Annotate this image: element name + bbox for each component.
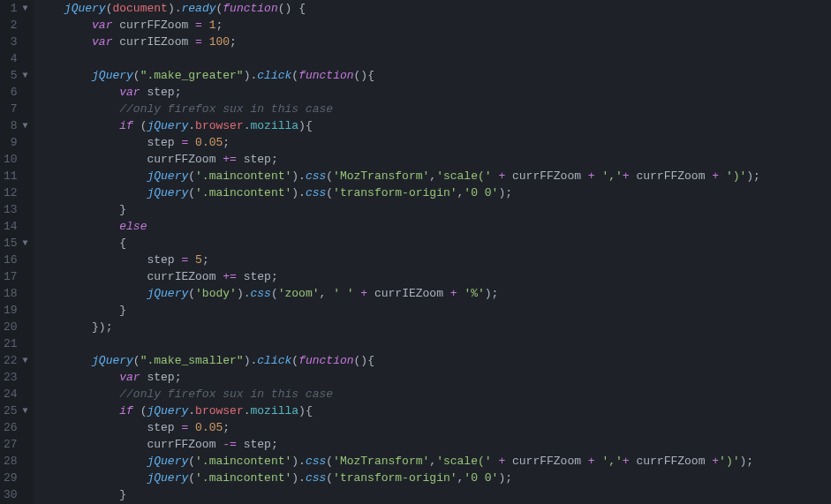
code-line[interactable]: step = 0.05; — [37, 419, 831, 436]
token-id: step — [140, 86, 175, 99]
fold-icon[interactable]: ▼ — [19, 67, 28, 84]
code-line[interactable]: jQuery(".make_smaller").click(function()… — [37, 352, 831, 369]
code-line[interactable]: if (jQuery.browser.mozilla){ — [37, 402, 831, 419]
token-fn: css — [306, 169, 326, 183]
fold-icon[interactable]: ▼ — [19, 117, 28, 134]
token-id — [202, 35, 209, 49]
token-pn: () { — [278, 2, 306, 15]
fold-icon[interactable]: ▼ — [19, 352, 28, 369]
token-id: step — [237, 270, 271, 283]
token-str: ".make_greater" — [140, 69, 244, 82]
code-line[interactable]: currIEZoom += step; — [37, 268, 831, 285]
line-number: 24 — [4, 386, 28, 402]
token-kw: if — [119, 404, 133, 417]
line-number: 23 — [4, 369, 28, 386]
token-num: 1 — [209, 19, 216, 32]
line-number: 13 — [4, 201, 28, 218]
token-pn: ( — [133, 354, 140, 367]
token-str: ',' — [601, 169, 622, 183]
token-id: currFFZoom — [147, 153, 223, 166]
token-id: step — [237, 153, 271, 166]
line-number: 10 — [4, 151, 28, 168]
token-str: 'zoom' — [278, 287, 320, 300]
token-pn: ; — [223, 421, 230, 434]
token-op: + — [712, 455, 719, 468]
token-id: currIEZoom — [112, 35, 195, 49]
code-line[interactable] — [37, 50, 831, 67]
code-line[interactable]: step = 5; — [37, 252, 831, 268]
token-pn: } — [119, 203, 126, 216]
code-line[interactable]: else — [37, 218, 831, 235]
code-line[interactable]: jQuery('body').css('zoom', ' ' + currIEZ… — [37, 285, 831, 302]
code-area[interactable]: jQuery(document).ready(function() { var … — [34, 0, 831, 504]
token-num: 0.05 — [195, 421, 223, 434]
token-pn: ; — [202, 253, 209, 267]
code-line[interactable]: jQuery('.maincontent').css('MozTransform… — [37, 168, 831, 184]
code-line[interactable]: var currIEZoom = 100; — [37, 34, 831, 50]
fold-icon[interactable]: ▼ — [19, 0, 28, 17]
token-str: 'transform-origin' — [333, 186, 457, 199]
token-pn: ( — [326, 186, 333, 199]
token-id — [188, 136, 195, 149]
code-line[interactable]: jQuery(".make_greater").click(function()… — [37, 67, 831, 84]
code-line[interactable]: var step; — [37, 84, 831, 101]
fold-icon[interactable]: ▼ — [19, 235, 28, 252]
token-num: 0.05 — [195, 136, 223, 149]
token-fn: jQuery — [147, 186, 188, 199]
token-op: + — [588, 455, 595, 468]
token-pn: , — [429, 169, 436, 183]
token-pn: ( — [188, 287, 195, 300]
token-pn: ; — [175, 371, 182, 384]
token-kw: var — [92, 35, 112, 49]
token-pn: , — [320, 287, 334, 300]
token-pn: ). — [237, 287, 251, 300]
token-pn: (){ — [354, 69, 374, 82]
token-fn: jQuery — [92, 354, 133, 367]
token-pn: ). — [244, 354, 258, 367]
token-str: '0 0' — [464, 471, 498, 485]
code-line[interactable]: if (jQuery.browser.mozilla){ — [37, 117, 831, 134]
token-str: ')' — [719, 455, 739, 468]
token-op: + — [450, 287, 457, 300]
token-fn: css — [306, 186, 326, 199]
code-line[interactable]: var currFFZoom = 1; — [37, 17, 831, 34]
code-line[interactable]: //only firefox sux in this case — [37, 101, 831, 117]
token-id: step — [147, 253, 181, 267]
code-line[interactable] — [37, 335, 831, 352]
token-kw: function — [223, 2, 277, 15]
fold-icon[interactable]: ▼ — [19, 402, 28, 419]
code-line[interactable]: currFFZoom -= step; — [37, 436, 831, 453]
token-id — [188, 253, 195, 267]
line-number: 1▼ — [4, 0, 28, 17]
token-pn: , — [429, 455, 436, 468]
token-op: += — [223, 153, 237, 166]
token-pn: ( — [188, 455, 195, 468]
code-line[interactable]: }); — [37, 319, 831, 335]
line-number: 12 — [4, 184, 28, 201]
code-line[interactable]: jQuery(document).ready(function() { — [37, 0, 831, 17]
code-line[interactable]: step = 0.05; — [37, 134, 831, 151]
token-str: 'MozTransform' — [333, 169, 429, 183]
token-op: + — [360, 287, 367, 300]
code-line[interactable]: jQuery('.maincontent').css('transform-or… — [37, 184, 831, 201]
token-fn: jQuery — [147, 471, 188, 485]
code-line[interactable]: jQuery('.maincontent').css('MozTransform… — [37, 453, 831, 470]
token-pn: ; — [230, 35, 237, 49]
code-line[interactable]: } — [37, 302, 831, 319]
code-line[interactable]: } — [37, 486, 831, 503]
code-line[interactable]: var step; — [37, 369, 831, 386]
code-line[interactable]: } — [37, 201, 831, 218]
token-pn: { — [119, 237, 126, 250]
code-editor[interactable]: 1▼2345▼678▼9101112131415▼16171819202122▼… — [0, 0, 831, 504]
code-line[interactable]: //only firefox sux in this case — [37, 386, 831, 402]
token-kw: function — [298, 354, 353, 367]
code-line[interactable]: { — [37, 235, 831, 252]
line-number: 20 — [4, 319, 28, 335]
code-line[interactable]: jQuery('.maincontent').css('transform-or… — [37, 470, 831, 486]
token-str: '.maincontent' — [195, 186, 291, 199]
token-pn: ){ — [298, 404, 313, 417]
code-line[interactable]: currFFZoom += step; — [37, 151, 831, 168]
token-id: currIEZoom — [147, 270, 223, 283]
line-number: 26 — [4, 419, 28, 436]
token-num: 5 — [195, 253, 202, 267]
